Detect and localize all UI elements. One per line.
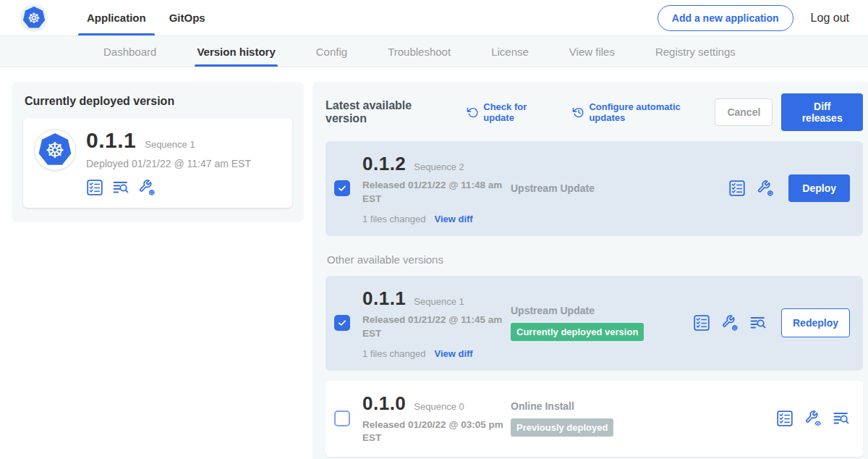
view-files-icon[interactable] <box>112 179 129 196</box>
subnav-version-history[interactable]: Version history <box>195 36 277 67</box>
deployed-version-actions <box>86 179 251 196</box>
tab-application[interactable]: Application <box>75 0 158 35</box>
version-actions: Deploy <box>728 174 850 202</box>
edit-config-icon[interactable] <box>721 314 739 332</box>
release-notes-icon[interactable] <box>728 180 746 197</box>
version-info: 0.1.1 Sequence 1 Released 01/21/22 @ 11:… <box>362 287 511 359</box>
version-checkbox[interactable] <box>334 315 350 331</box>
view-diff-link[interactable]: View diff <box>434 348 472 359</box>
subnav-dashboard[interactable]: Dashboard <box>101 36 158 67</box>
version-source: Upstream Update Currently deployed versi… <box>511 305 693 341</box>
version-row-0-1-0: 0.1.0 Sequence 0 Released 01/20/22 @ 03:… <box>326 381 863 458</box>
version-actions: Redeploy <box>693 308 850 337</box>
release-notes-icon[interactable] <box>693 314 710 332</box>
deployed-version-card: ☸ 0.1.1 Sequence 1 Deployed 01/21/22 @ 1… <box>23 118 292 208</box>
source-label: Upstream Update <box>511 182 595 194</box>
subnav-troubleshoot[interactable]: Troubleshoot <box>386 36 453 67</box>
kubernetes-helm-icon: ☸ <box>38 133 72 167</box>
version-number: 0.1.2 <box>362 153 406 175</box>
version-source: Upstream Update <box>511 182 693 194</box>
version-row-0-1-2: 0.1.2 Sequence 2 Released 01/21/22 @ 11:… <box>326 141 863 236</box>
version-checkbox[interactable] <box>334 180 350 196</box>
version-row-0-1-1: 0.1.1 Sequence 1 Released 01/21/22 @ 11:… <box>326 276 863 371</box>
deployed-version-number: 0.1.1 <box>86 128 136 153</box>
currently-deployed-badge: Currently deployed version <box>511 323 644 341</box>
deployed-sequence-label: Sequence 1 <box>145 139 195 150</box>
deployed-timestamp: Deployed 01/21/22 @ 11:47 am EST <box>86 158 251 169</box>
subnav-view-files[interactable]: View files <box>567 36 617 67</box>
sequence-label: Sequence 2 <box>414 161 464 172</box>
sequence-label: Sequence 0 <box>414 401 464 412</box>
currently-deployed-card: Currently deployed version ☸ 0.1.1 Seque… <box>12 82 304 222</box>
tab-gitops[interactable]: GitOps <box>158 0 217 35</box>
view-diff-link[interactable]: View diff <box>434 214 472 224</box>
version-actions <box>776 410 850 427</box>
add-new-application-button[interactable]: Add a new application <box>658 5 793 31</box>
kubernetes-logo-icon: ☸ <box>20 4 48 32</box>
top-nav-right: Add a new application Log out <box>658 5 849 31</box>
version-number: 0.1.1 <box>362 287 406 310</box>
cancel-button[interactable]: Cancel <box>715 98 773 126</box>
check-icon <box>337 318 347 328</box>
other-versions-title: Other available versions <box>327 253 861 266</box>
latest-version-title: Latest available version <box>326 99 452 125</box>
released-timestamp: Released 01/21/22 @ 11:48 am EST <box>362 179 504 206</box>
check-icon <box>337 183 347 193</box>
edit-config-icon[interactable] <box>138 179 156 196</box>
version-source: Online Install Previously deployed <box>511 400 693 437</box>
view-config-icon[interactable] <box>804 410 822 427</box>
deploy-button[interactable]: Deploy <box>788 174 850 202</box>
version-history-panel: Latest available version Check for updat… <box>312 82 868 459</box>
version-checkbox[interactable] <box>334 410 350 426</box>
main-content: Currently deployed version ☸ 0.1.1 Seque… <box>0 67 868 459</box>
check-for-update-link[interactable]: Check for update <box>467 101 558 123</box>
refresh-icon <box>467 106 479 119</box>
version-info: 0.1.0 Sequence 0 Released 01/20/22 @ 03:… <box>362 392 511 446</box>
version-number: 0.1.0 <box>362 392 406 415</box>
kubernetes-helm-icon: ☸ <box>23 7 46 29</box>
app-sub-nav: Dashboard Version history Config Trouble… <box>0 36 868 67</box>
source-label: Online Install <box>511 400 574 412</box>
subnav-license[interactable]: License <box>489 36 531 67</box>
subnav-registry-settings[interactable]: Registry settings <box>653 36 738 67</box>
top-nav-tabs: Application GitOps <box>75 0 217 35</box>
app-logo: ☸ <box>35 130 75 170</box>
currently-deployed-title: Currently deployed version <box>25 95 291 108</box>
top-nav: ☸ Application GitOps Add a new applicati… <box>0 0 868 36</box>
edit-config-icon[interactable] <box>757 180 774 197</box>
view-files-icon[interactable] <box>833 410 850 427</box>
released-timestamp: Released 01/20/22 @ 03:05 pm EST <box>362 418 504 446</box>
check-for-update-label: Check for update <box>483 101 558 123</box>
release-notes-icon[interactable] <box>86 179 103 196</box>
logout-link[interactable]: Log out <box>811 12 849 25</box>
release-notes-icon[interactable] <box>776 410 793 427</box>
sequence-label: Sequence 1 <box>414 296 464 307</box>
schedule-icon <box>572 106 584 119</box>
deployed-version-info: 0.1.1 Sequence 1 Deployed 01/21/22 @ 11:… <box>86 128 251 196</box>
version-info: 0.1.2 Sequence 2 Released 01/21/22 @ 11:… <box>362 153 511 224</box>
files-changed-label: 1 files changed <box>362 214 425 224</box>
released-timestamp: Released 01/21/22 @ 11:45 am EST <box>362 313 504 341</box>
previously-deployed-badge: Previously deployed <box>511 418 613 437</box>
source-label: Upstream Update <box>511 305 595 316</box>
view-files-icon[interactable] <box>749 314 767 332</box>
diff-releases-button[interactable]: Diff releases <box>781 93 863 131</box>
configure-updates-link[interactable]: Configure automatic updates <box>572 101 715 123</box>
redeploy-button[interactable]: Redeploy <box>781 308 850 337</box>
subnav-config[interactable]: Config <box>314 36 349 67</box>
latest-version-header: Latest available version Check for updat… <box>326 93 863 131</box>
configure-updates-label: Configure automatic updates <box>589 101 715 123</box>
files-changed-label: 1 files changed <box>362 348 425 359</box>
